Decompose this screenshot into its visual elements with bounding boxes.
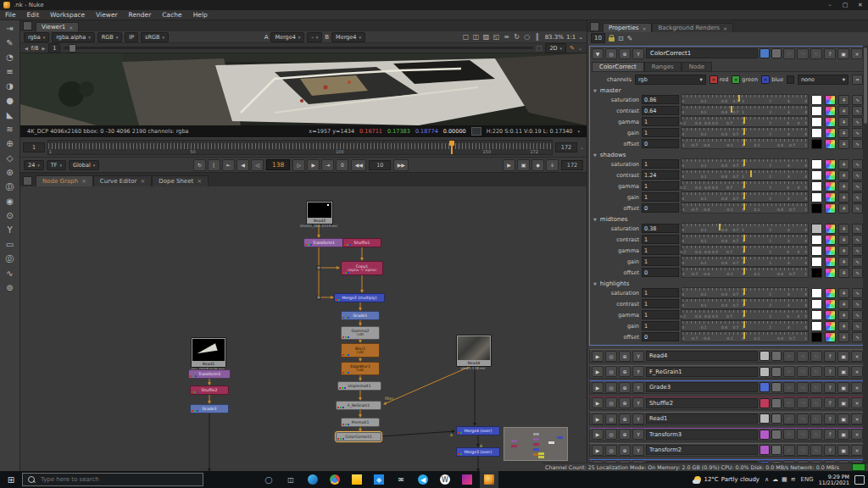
channel-dropdown[interactable]: RGB▾ (97, 32, 123, 42)
scrollbar[interactable] (863, 46, 868, 483)
node-name-field[interactable]: Grade3 (646, 382, 758, 392)
bypass-checkbox[interactable] (771, 367, 782, 377)
deep-icon[interactable]: Ⓓ (3, 180, 18, 194)
class-icon[interactable]: ◎ (605, 397, 617, 408)
transform-icon[interactable]: ⊕ (3, 137, 18, 151)
split-values-button[interactable]: 4 (838, 170, 849, 180)
animation-curve-button[interactable]: ∿ (852, 235, 863, 245)
transport-fwd-3[interactable]: 0 (336, 159, 348, 171)
animation-curve-button[interactable]: ∿ (852, 139, 863, 149)
redo-icon[interactable]: ↷ (797, 429, 809, 440)
color-wheel-button[interactable] (825, 224, 836, 234)
transport-back-1[interactable]: [ (208, 159, 220, 171)
color-swatch-button[interactable] (811, 159, 822, 169)
redo-icon[interactable]: ↷ (797, 445, 809, 456)
taskview-icon[interactable]: ◫ (281, 471, 300, 488)
revert-icon[interactable]: ↻ (810, 351, 822, 362)
color-swatch-button[interactable] (811, 192, 822, 202)
help-button[interactable]: ? (824, 351, 836, 362)
menu-edit[interactable]: Edit (27, 11, 40, 19)
shadows-contrast-field[interactable] (642, 170, 679, 180)
revert-icon[interactable]: ↻ (810, 382, 822, 393)
notification-center-icon[interactable] (854, 475, 865, 485)
midtones-saturation-field[interactable] (642, 224, 679, 233)
wipe-mode-dropdown[interactable]: -▾ (307, 32, 322, 42)
pipe-icon[interactable]: Y (632, 429, 644, 440)
particles-icon[interactable]: ⊛ (3, 166, 18, 180)
color-swatch-button[interactable] (811, 246, 822, 256)
transport-fwd-1[interactable]: ▶ (307, 159, 320, 171)
float-panel-button[interactable]: ▣ (837, 397, 849, 408)
split-values-button[interactable]: 4 (838, 203, 849, 214)
help-button[interactable]: ? (824, 366, 836, 377)
search-input[interactable] (39, 475, 178, 484)
close-panel-button[interactable]: × (851, 445, 863, 456)
pipe-icon[interactable]: Y (632, 366, 644, 377)
tab-node-graph[interactable]: Node Graph× (36, 175, 93, 186)
bypass-checkbox[interactable] (771, 430, 782, 440)
node-name-field[interactable]: Read4 (646, 351, 758, 361)
max-panels-field[interactable]: 10 (591, 33, 605, 43)
chevron-down-icon[interactable]: ▾ (577, 129, 580, 134)
master-saturation-slider[interactable]: 00.10.40.71234 (682, 94, 809, 105)
enable-checkbox[interactable] (760, 367, 770, 377)
enable-checkbox[interactable] (760, 382, 770, 392)
graph-node-merge3[interactable]: Merge3 (over) (456, 447, 500, 457)
expand-button[interactable]: ▶ (592, 397, 604, 408)
graph-node-shuffle1[interactable]: Shuffle1 (342, 238, 381, 247)
highlights-gamma-slider[interactable]: 0.20.30.40.50.712345 (682, 309, 809, 320)
range-end[interactable]: 172 (555, 142, 577, 152)
color-swatch-button[interactable] (811, 117, 822, 127)
zoom-level[interactable]: 83.3% (545, 34, 564, 41)
color-swatch-button[interactable] (811, 257, 822, 267)
transport-back-2[interactable]: ⇤ (222, 159, 235, 171)
color-wheel-button[interactable] (825, 310, 836, 320)
keyer-icon[interactable]: ◣ (3, 108, 18, 122)
color-swatch-button[interactable] (811, 288, 822, 298)
animation-curve-button[interactable]: ∿ (852, 268, 863, 278)
split-values-button[interactable]: 4 (838, 288, 849, 298)
photos-icon[interactable]: ◆ (370, 471, 388, 488)
skip-back-button[interactable]: ◀◀ (351, 159, 366, 171)
alpha-layer-dropdown[interactable]: rgba.alpha▾ (52, 32, 94, 42)
shadows-gain-field[interactable] (642, 192, 679, 202)
draw-icon[interactable]: ✎ (3, 36, 18, 50)
midtones-gain-slider[interactable]: 00.10.40.71234 (682, 256, 809, 267)
enable-checkbox[interactable] (760, 398, 770, 408)
highlights-gain-slider[interactable]: 00.10.40.71234 (682, 320, 809, 331)
help-button[interactable]: ? (824, 429, 836, 440)
bypass-checkbox[interactable] (771, 445, 782, 455)
master-offset-slider[interactable]: -1-0.7-0.4-0.100.10.40.71 (682, 138, 809, 149)
annotate-pencil-icon[interactable]: ✎ (570, 45, 575, 52)
color-swatch-button[interactable] (811, 224, 822, 234)
timeline-mode-dropdown[interactable]: TF▾ (47, 160, 66, 170)
weather-widget[interactable]: 12°C Partly cloudy (694, 476, 760, 483)
transport-fwd-0[interactable]: ▷ (292, 159, 305, 171)
playback-option-2[interactable]: ◆ (531, 159, 544, 171)
tab-curve-editor[interactable]: Curve Editor× (93, 175, 152, 186)
proxy-icon[interactable]: ◫ (471, 33, 481, 41)
shadows-gamma-field[interactable] (642, 181, 679, 191)
color-wheel-button[interactable] (825, 288, 836, 298)
tab-properties[interactable]: Properties × (603, 23, 652, 32)
color-wheel-button[interactable] (825, 139, 836, 149)
master-saturation-field[interactable] (642, 95, 679, 104)
animation-curve-button[interactable]: ∿ (852, 257, 863, 267)
float-panel-button[interactable]: ▣ (837, 445, 849, 456)
curve-icon[interactable]: ∿ (3, 267, 18, 280)
enable-checkbox[interactable] (760, 445, 770, 455)
close-panel-button[interactable]: × (851, 48, 863, 59)
node-name-field[interactable]: Shuffle2 (646, 398, 758, 408)
bypass-checkbox[interactable] (771, 413, 782, 424)
animation-curve-button[interactable]: ∿ (852, 117, 863, 127)
minimize-button[interactable]: – (822, 2, 837, 8)
animation-curve-button[interactable]: ∿ (852, 310, 863, 320)
undo-icon[interactable]: ↶ (783, 382, 795, 393)
checker-icon[interactable]: ▨ (481, 33, 492, 41)
master-gain-slider[interactable]: 00.10.40.71234 (682, 127, 809, 138)
menu-file[interactable]: File (5, 11, 16, 19)
animation-curve-button[interactable]: ∿ (852, 170, 863, 180)
midtones-contrast-field[interactable] (642, 235, 679, 244)
pane-menu-icon[interactable] (23, 176, 32, 186)
master-gamma-slider[interactable]: 0.20.30.40.50.712345 (682, 116, 809, 127)
